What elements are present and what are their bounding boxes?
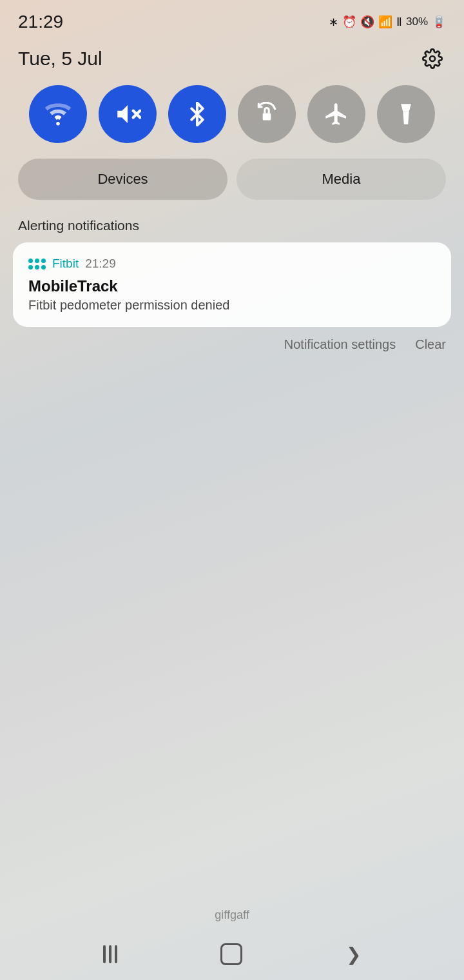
navigation-bar: ❯: [0, 928, 464, 980]
status-icons: ∗ ⏰ 🔇 📶 Ⅱ 30% 🪫: [329, 15, 446, 29]
bluetooth-icon: [185, 102, 209, 126]
bluetooth-toggle[interactable]: [168, 85, 226, 143]
notification-card[interactable]: Fitbit 21:29 MobileTrack Fitbit pedomete…: [13, 242, 451, 327]
wifi-status-icon: 📶: [378, 15, 392, 29]
airplane-icon: [324, 101, 349, 127]
notification-title: MobileTrack: [28, 277, 436, 295]
mute-toggle[interactable]: [99, 85, 157, 143]
svg-rect-4: [263, 113, 271, 120]
mute-status-icon: 🔇: [360, 15, 374, 29]
airplane-mode-toggle[interactable]: [307, 85, 365, 143]
fitbit-app-icon: [28, 259, 46, 270]
svg-point-0: [430, 56, 435, 61]
home-icon: [220, 943, 242, 965]
status-bar: 21:29 ∗ ⏰ 🔇 📶 Ⅱ 30% 🪫: [0, 0, 464, 39]
wifi-toggle[interactable]: [29, 85, 87, 143]
battery-icon: 🪫: [432, 15, 446, 29]
notification-settings-button[interactable]: Notification settings: [284, 337, 396, 352]
notification-actions: Notification settings Clear: [0, 327, 464, 352]
recents-icon: [103, 945, 117, 963]
tabs-row: Devices Media: [0, 159, 464, 213]
date-label: Tue, 5 Jul: [18, 48, 102, 70]
home-button[interactable]: [214, 937, 249, 972]
recents-button[interactable]: [97, 939, 124, 970]
back-icon: ❯: [346, 944, 361, 965]
date-row: Tue, 5 Jul: [0, 39, 464, 85]
notification-clear-button[interactable]: Clear: [415, 337, 446, 352]
settings-button[interactable]: [419, 45, 446, 72]
notification-time: 21:29: [85, 257, 116, 271]
media-tab[interactable]: Media: [237, 159, 446, 200]
lock-rotation-icon: [255, 102, 279, 126]
back-button[interactable]: ❯: [340, 937, 367, 972]
flashlight-toggle[interactable]: [377, 85, 435, 143]
devices-tab[interactable]: Devices: [18, 159, 227, 200]
notification-app-name: Fitbit: [52, 257, 79, 271]
signal-status-icon: Ⅱ: [396, 15, 402, 29]
notification-body: Fitbit pedometer permission denied: [28, 298, 436, 313]
status-time: 21:29: [18, 12, 63, 32]
alerting-section-label: Alerting notifications: [0, 213, 464, 242]
svg-point-1: [56, 122, 60, 126]
mute-icon: [114, 101, 141, 128]
flashlight-icon: [394, 102, 418, 126]
alarm-status-icon: ⏰: [342, 15, 356, 29]
svg-point-5: [402, 108, 411, 111]
wifi-icon: [44, 100, 72, 128]
carrier-label: giffgaff: [215, 908, 249, 922]
rotation-lock-toggle[interactable]: [238, 85, 296, 143]
bluetooth-status-icon: ∗: [329, 15, 338, 29]
notification-header: Fitbit 21:29: [28, 257, 436, 271]
battery-status: 30%: [406, 15, 428, 28]
gear-icon: [422, 48, 443, 69]
quick-toggles-row: [0, 85, 464, 159]
